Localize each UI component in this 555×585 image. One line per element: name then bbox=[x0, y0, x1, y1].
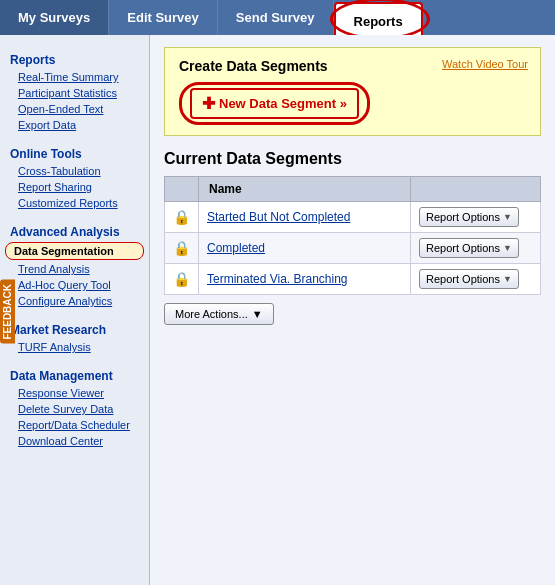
sidebar-link-data-seg[interactable]: Data Segmentation bbox=[5, 242, 144, 260]
dropdown-arrow-2: ▼ bbox=[503, 243, 512, 253]
sidebar-link-realtime[interactable]: Real-Time Summary bbox=[0, 69, 149, 85]
sidebar-link-participant[interactable]: Participant Statistics bbox=[0, 85, 149, 101]
new-data-segment-button[interactable]: ✚ New Data Segment » bbox=[190, 88, 359, 119]
sidebar-section-title-online: Online Tools bbox=[0, 139, 149, 163]
sidebar-link-trend[interactable]: Trend Analysis bbox=[0, 261, 149, 277]
report-options-btn-2[interactable]: Report Options ▼ bbox=[419, 238, 519, 258]
sidebar-link-export[interactable]: Export Data bbox=[0, 117, 149, 133]
data-segments-table: Name 🔒 Started But Not Completed Report … bbox=[164, 176, 541, 295]
lock-icon-1: 🔒 bbox=[173, 209, 190, 225]
lock-icon-2: 🔒 bbox=[173, 240, 190, 256]
sidebar-section-title-datamgmt: Data Management bbox=[0, 361, 149, 385]
sidebar-link-scheduler[interactable]: Report/Data Scheduler bbox=[0, 417, 149, 433]
table-row: 🔒 Started But Not Completed Report Optio… bbox=[165, 202, 541, 233]
sidebar-section-data-mgmt: Data Management Response Viewer Delete S… bbox=[0, 361, 149, 449]
sidebar-section-reports: Reports Real-Time Summary Participant St… bbox=[0, 45, 149, 133]
current-segments-title: Current Data Segments bbox=[164, 150, 541, 168]
row2-link[interactable]: Completed bbox=[207, 241, 265, 255]
sidebar-section-advanced: Advanced Analysis Data Segmentation Tren… bbox=[0, 217, 149, 309]
new-segment-label: New Data Segment » bbox=[219, 96, 347, 111]
lock-icon-3: 🔒 bbox=[173, 271, 190, 287]
content-area: Create Data Segments Watch Video Tour ✚ … bbox=[150, 35, 555, 585]
row2-icon-cell: 🔒 bbox=[165, 233, 199, 264]
top-nav: My Surveys Edit Survey Send Survey Repor… bbox=[0, 0, 555, 35]
sidebar-link-delete-survey[interactable]: Delete Survey Data bbox=[0, 401, 149, 417]
sidebar-link-openended[interactable]: Open-Ended Text bbox=[0, 101, 149, 117]
report-options-label-1: Report Options bbox=[426, 211, 500, 223]
row1-name-cell: Started But Not Completed bbox=[199, 202, 411, 233]
row1-icon-cell: 🔒 bbox=[165, 202, 199, 233]
sidebar-section-online-tools: Online Tools Cross-Tabulation Report Sha… bbox=[0, 139, 149, 211]
tab-edit-survey[interactable]: Edit Survey bbox=[109, 0, 218, 35]
more-actions-label: More Actions... bbox=[175, 308, 248, 320]
feedback-tab[interactable]: FEEDBACK bbox=[0, 280, 15, 344]
create-data-segments-box: Create Data Segments Watch Video Tour ✚ … bbox=[164, 47, 541, 136]
sidebar-link-download[interactable]: Download Center bbox=[0, 433, 149, 449]
table-row: 🔒 Completed Report Options ▼ bbox=[165, 233, 541, 264]
tab-my-surveys[interactable]: My Surveys bbox=[0, 0, 109, 35]
sidebar-link-customized[interactable]: Customized Reports bbox=[0, 195, 149, 211]
sidebar-section-market: Market Research TURF Analysis bbox=[0, 315, 149, 355]
sidebar-link-configure[interactable]: Configure Analytics bbox=[0, 293, 149, 309]
more-actions-button[interactable]: More Actions... ▼ bbox=[164, 303, 274, 325]
row1-link[interactable]: Started But Not Completed bbox=[207, 210, 350, 224]
header-name: Name bbox=[199, 177, 411, 202]
row1-options-cell: Report Options ▼ bbox=[411, 202, 541, 233]
report-options-btn-3[interactable]: Report Options ▼ bbox=[419, 269, 519, 289]
sidebar: Reports Real-Time Summary Participant St… bbox=[0, 35, 150, 585]
table-row: 🔒 Terminated Via. Branching Report Optio… bbox=[165, 264, 541, 295]
report-options-label-2: Report Options bbox=[426, 242, 500, 254]
header-icon-col bbox=[165, 177, 199, 202]
plus-icon: ✚ bbox=[202, 94, 215, 113]
report-options-btn-1[interactable]: Report Options ▼ bbox=[419, 207, 519, 227]
tab-reports[interactable]: Reports bbox=[334, 2, 423, 37]
sidebar-link-cross-tab[interactable]: Cross-Tabulation bbox=[0, 163, 149, 179]
row3-link[interactable]: Terminated Via. Branching bbox=[207, 272, 348, 286]
tab-send-survey[interactable]: Send Survey bbox=[218, 0, 334, 35]
dropdown-arrow-1: ▼ bbox=[503, 212, 512, 222]
row3-icon-cell: 🔒 bbox=[165, 264, 199, 295]
sidebar-section-title-advanced: Advanced Analysis bbox=[0, 217, 149, 241]
watch-video-link[interactable]: Watch Video Tour bbox=[442, 58, 528, 70]
sidebar-link-adhoc[interactable]: Ad-Hoc Query Tool bbox=[0, 277, 149, 293]
main-layout: FEEDBACK Reports Real-Time Summary Parti… bbox=[0, 35, 555, 585]
row3-options-cell: Report Options ▼ bbox=[411, 264, 541, 295]
sidebar-link-response-viewer[interactable]: Response Viewer bbox=[0, 385, 149, 401]
table-header-row: Name bbox=[165, 177, 541, 202]
sidebar-link-report-sharing[interactable]: Report Sharing bbox=[0, 179, 149, 195]
sidebar-section-title-reports: Reports bbox=[0, 45, 149, 69]
row2-name-cell: Completed bbox=[199, 233, 411, 264]
more-actions-arrow: ▼ bbox=[252, 308, 263, 320]
sidebar-link-turf[interactable]: TURF Analysis bbox=[0, 339, 149, 355]
new-segment-oval-border: ✚ New Data Segment » bbox=[179, 82, 370, 125]
report-options-label-3: Report Options bbox=[426, 273, 500, 285]
sidebar-section-title-market: Market Research bbox=[0, 315, 149, 339]
new-segment-oval: ✚ New Data Segment » bbox=[179, 82, 370, 125]
header-actions bbox=[411, 177, 541, 202]
row3-name-cell: Terminated Via. Branching bbox=[199, 264, 411, 295]
row2-options-cell: Report Options ▼ bbox=[411, 233, 541, 264]
dropdown-arrow-3: ▼ bbox=[503, 274, 512, 284]
